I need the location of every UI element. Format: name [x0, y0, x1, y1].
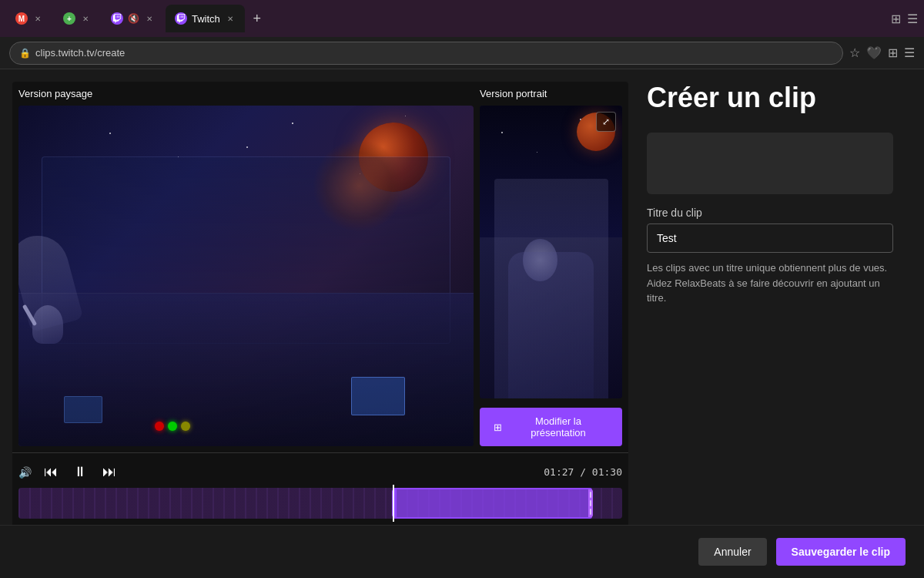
expand-icon: ⤢: [602, 116, 610, 127]
save-button[interactable]: Sauvegarder le clip: [776, 538, 906, 566]
star-icon[interactable]: ☆: [849, 45, 860, 60]
timeline-track[interactable]: [18, 488, 622, 519]
preview-box: [647, 133, 893, 194]
twitch-main-icon: [175, 12, 187, 25]
menu-icon[interactable]: ☰: [904, 45, 915, 60]
time-display: 01:27 / 01:30: [544, 466, 622, 478]
modify-label: Modifier la présentation: [508, 415, 608, 439]
tab-close-gmail[interactable]: ✕: [32, 13, 43, 24]
modify-presentation-button[interactable]: ⊞ Modifier la présentation: [480, 408, 622, 446]
portrait-frame: ⤢: [480, 106, 622, 398]
timeline-area: 🔊 ⏮ ⏸ ⏭ 01:27 / 01:30: [12, 452, 628, 525]
address-text: clips.twitch.tv/create: [35, 47, 125, 59]
mute-icon: 🔇: [128, 13, 139, 24]
tab-twitch-label: Twitch: [192, 13, 220, 25]
gmail-icon: M: [15, 12, 28, 25]
twitch-muted-icon: [111, 12, 123, 25]
time-separator: /: [580, 466, 592, 478]
time-current: 01:27: [544, 466, 574, 478]
landscape-label: Version paysage: [18, 88, 474, 102]
portrait-label: Version portrait: [480, 88, 622, 102]
ext-icon: +: [63, 12, 75, 25]
volume-icon[interactable]: 🔊: [18, 466, 32, 479]
content-area: Version paysage: [0, 69, 924, 525]
main-content: Version paysage: [0, 69, 924, 578]
hint-text: Les clips avec un titre unique obtiennen…: [647, 260, 893, 306]
browser-actions: ⊞ ☰: [891, 12, 918, 26]
address-field[interactable]: 🔒 clips.twitch.tv/create: [9, 42, 843, 65]
landscape-scene: [18, 106, 474, 446]
playback-controls: 🔊 ⏮ ⏸ ⏭ 01:27 / 01:30: [18, 459, 622, 488]
clip-handle-right[interactable]: [588, 489, 593, 517]
browser-chrome: M ✕ + ✕ 🔇 ✕ Twitch ✕ + ⊞ ☰: [0, 0, 924, 37]
clip-title-input[interactable]: [647, 223, 893, 253]
tab-twitch-muted[interactable]: 🔇 ✕: [102, 5, 164, 32]
right-panel: Créer un clip Titre du clip Les clips av…: [628, 82, 912, 525]
tab-close-twitch[interactable]: ✕: [225, 13, 236, 24]
tab-close-ext[interactable]: ✕: [80, 13, 91, 24]
skip-forward-button[interactable]: ⏭: [99, 462, 119, 482]
expand-button[interactable]: ⤢: [596, 112, 616, 132]
grip-line: [590, 509, 591, 515]
lock-icon: 🔒: [19, 48, 31, 59]
cancel-button[interactable]: Annuler: [698, 538, 766, 566]
video-panel: Version paysage: [12, 82, 628, 525]
tab-extension[interactable]: + ✕: [54, 5, 100, 32]
profile-icon[interactable]: ☰: [907, 12, 918, 26]
clip-region[interactable]: [393, 488, 592, 519]
grip-line: [590, 492, 591, 498]
toolbar-icons: ☆ 🖤 ⊞ ☰: [849, 45, 915, 60]
tab-bar: M ✕ + ✕ 🔇 ✕ Twitch ✕ +: [6, 0, 888, 37]
grip-line: [590, 500, 591, 506]
portrait-scene: [480, 106, 622, 398]
tab-close-muted[interactable]: ✕: [144, 13, 155, 24]
new-tab-button[interactable]: +: [246, 8, 268, 29]
video-previews: Version paysage: [12, 82, 628, 452]
skip-back-button[interactable]: ⏮: [41, 462, 61, 482]
field-label: Titre du clip: [647, 207, 893, 219]
tab-gmail[interactable]: M ✕: [6, 5, 52, 32]
console-panel: [18, 293, 474, 446]
landscape-frame: [18, 106, 474, 446]
landscape-section: Version paysage: [18, 88, 474, 446]
extensions-icon[interactable]: ⊞: [891, 12, 901, 26]
tab-twitch-main[interactable]: Twitch ✕: [166, 5, 245, 32]
pocket-icon[interactable]: 🖤: [866, 45, 882, 60]
time-total: 01:30: [592, 466, 622, 478]
portrait-section: Version portrait: [480, 88, 622, 446]
playhead: [393, 485, 394, 522]
address-bar: 🔒 clips.twitch.tv/create ☆ 🖤 ⊞ ☰: [0, 37, 924, 69]
bottom-actions: Annuler Sauvegarder le clip: [0, 525, 924, 578]
pause-button[interactable]: ⏸: [70, 462, 90, 482]
console-screen: [351, 377, 405, 415]
page-title: Créer un clip: [647, 82, 893, 114]
modify-icon: ⊞: [494, 422, 502, 433]
extensions-toolbar-icon[interactable]: ⊞: [888, 45, 898, 60]
